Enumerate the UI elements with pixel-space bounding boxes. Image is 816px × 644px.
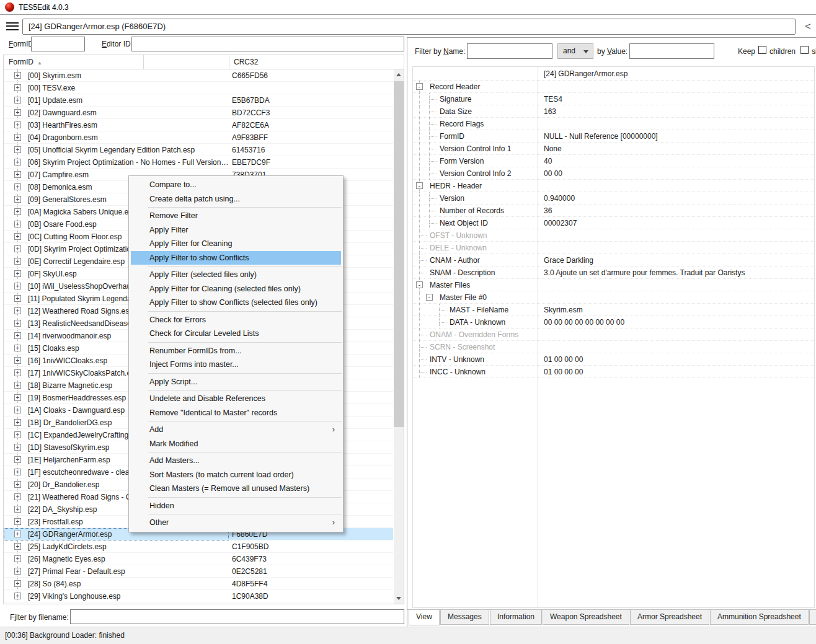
plugin-tree-row[interactable]: +[29] Viking's Longhouse.esp1C90A38D — [4, 590, 393, 602]
expand-plus-icon[interactable]: + — [14, 518, 21, 525]
expand-plus-icon[interactable]: + — [14, 369, 21, 376]
plugin-tree-row[interactable]: +[25] LadyKdCirclets.espC1F905BD — [4, 540, 393, 553]
expand-plus-icon[interactable]: + — [14, 196, 21, 203]
grid-column-header-plugin[interactable]: [24] GDRangerArmor.esp — [544, 69, 628, 78]
expand-plus-icon[interactable]: + — [14, 183, 21, 190]
menu-item[interactable]: Apply Filter to show Conflicts — [131, 251, 341, 265]
menu-icon[interactable] — [6, 22, 19, 30]
expand-plus-icon[interactable]: + — [14, 97, 21, 104]
record-field-row[interactable]: Next Object ID00002307 — [413, 217, 814, 229]
expand-plus-icon[interactable]: + — [14, 307, 21, 314]
menu-item[interactable]: Clean Masters (= Remove all unused Maste… — [131, 482, 341, 496]
plugin-tree-header[interactable]: FormID▲ CRC32 — [4, 55, 404, 69]
expand-plus-icon[interactable]: + — [14, 469, 21, 475]
menu-item[interactable]: Apply Script... — [131, 375, 341, 389]
menu-item[interactable]: Add Masters... — [131, 454, 341, 468]
menu-item[interactable]: Other› — [131, 516, 341, 530]
collapse-minus-icon[interactable]: - — [416, 281, 423, 288]
tab-view[interactable]: View — [409, 610, 440, 625]
record-field-row[interactable]: SignatureTES4 — [413, 93, 814, 105]
record-field-row[interactable]: SCRN - Screenshot — [413, 341, 814, 353]
menu-item[interactable]: Undelete and Disable References — [131, 392, 341, 406]
record-field-row[interactable]: INTV - Unknown01 00 00 00 — [413, 353, 814, 366]
expand-plus-icon[interactable]: + — [14, 270, 21, 277]
record-field-row[interactable]: Number of Records36 — [413, 205, 814, 217]
record-field-row[interactable]: Version0.940000 — [413, 192, 814, 205]
expand-plus-icon[interactable]: + — [14, 84, 21, 91]
menu-item[interactable]: Apply Filter for Cleaning (selected file… — [131, 282, 341, 296]
column-header-crc32[interactable]: CRC32 — [234, 58, 258, 66]
expand-plus-icon[interactable]: + — [14, 568, 21, 575]
filter-by-name-input[interactable] — [467, 43, 552, 59]
menu-item[interactable]: Apply Filter for Cleaning — [131, 237, 341, 251]
expand-plus-icon[interactable]: + — [14, 555, 21, 562]
record-field-row[interactable]: SNAM - Description3.0 Ajoute un set d'ar… — [413, 267, 814, 279]
menu-item[interactable]: Compare to... — [131, 178, 341, 192]
tab-ammunition-spreadsheet[interactable]: Ammunition Spreadsheet — [710, 610, 809, 625]
expand-plus-icon[interactable]: + — [14, 159, 21, 165]
expand-plus-icon[interactable]: + — [14, 419, 21, 426]
expand-plus-icon[interactable]: + — [14, 444, 21, 451]
plugin-tree-row[interactable]: +[06] Skyrim Project Optimization - No H… — [4, 156, 393, 169]
tab-information[interactable]: Information — [490, 610, 542, 625]
menu-item[interactable]: Apply Filter to show Conflicts (selected… — [131, 296, 341, 310]
record-field-row[interactable]: -Master Files — [413, 279, 814, 291]
plugin-tree-row[interactable]: +[02] Dawnguard.esmBD72CCF3 — [4, 107, 393, 119]
record-field-row[interactable]: DATA - Unknown00 00 00 00 00 00 00 00 — [413, 316, 814, 329]
record-field-row[interactable]: Version Control Info 1None — [413, 143, 814, 155]
expand-plus-icon[interactable]: + — [14, 283, 21, 289]
menu-item[interactable]: Mark Modified — [131, 437, 341, 451]
expand-plus-icon[interactable]: + — [14, 407, 21, 413]
expand-plus-icon[interactable]: + — [14, 245, 21, 252]
expand-plus-icon[interactable]: + — [14, 593, 21, 599]
expand-plus-icon[interactable]: + — [14, 382, 21, 389]
record-field-row[interactable]: ONAM - Overridden Forms — [413, 329, 814, 341]
expand-plus-icon[interactable]: + — [14, 543, 21, 550]
tab-armor-spreadsheet[interactable]: Armor Spreadsheet — [630, 610, 709, 625]
menu-item[interactable]: Add› — [131, 423, 341, 437]
record-field-row[interactable]: DELE - Unknown — [413, 242, 814, 254]
column-divider[interactable] — [229, 55, 229, 69]
record-field-row[interactable]: -HEDR - Header — [413, 180, 814, 192]
filename-filter-input[interactable] — [70, 609, 404, 624]
plugin-tree-row[interactable]: +[04] Dragonborn.esmA9F83BFF — [4, 131, 393, 144]
expand-plus-icon[interactable]: + — [14, 357, 21, 364]
plugin-tree-row[interactable]: +[03] HearthFires.esmAF82CE6A — [4, 119, 393, 131]
record-field-row[interactable]: Form Version40 — [413, 155, 814, 167]
expand-plus-icon[interactable]: + — [14, 72, 21, 79]
record-field-row[interactable]: -Record Header — [413, 81, 814, 93]
menu-item[interactable]: Check for Errors — [131, 313, 341, 327]
expand-plus-icon[interactable]: + — [14, 493, 21, 500]
tab-weapon-spreadsheet[interactable]: Weapon Spreadsheet — [543, 610, 629, 625]
collapse-chevron-icon[interactable]: < — [802, 19, 814, 34]
record-field-row[interactable]: OFST - Unknown — [413, 229, 814, 242]
expand-plus-icon[interactable]: + — [14, 320, 21, 327]
editorid-input[interactable] — [131, 37, 404, 51]
expand-plus-icon[interactable]: + — [14, 332, 21, 339]
record-field-row[interactable]: FormIDNULL - Null Reference [00000000] — [413, 130, 814, 143]
menu-item[interactable]: Remove Filter — [131, 209, 341, 223]
plugin-tree-row[interactable]: +[28] So (84).esp4D8F5FF4 — [4, 578, 393, 590]
tab-messages[interactable]: Messages — [440, 610, 489, 625]
scroll-up-arrow[interactable] — [394, 69, 404, 80]
menu-item[interactable]: Sort Masters (to match current load orde… — [131, 468, 341, 482]
column-header-formid[interactable]: FormID▲ — [9, 58, 42, 66]
expand-plus-icon[interactable]: + — [14, 171, 21, 178]
collapse-minus-icon[interactable]: - — [426, 294, 433, 301]
collapse-minus-icon[interactable]: - — [416, 182, 423, 189]
menu-item[interactable]: Apply Filter — [131, 223, 341, 237]
record-field-row[interactable]: -Master File #0 — [413, 291, 814, 304]
expand-plus-icon[interactable]: + — [14, 531, 21, 537]
menu-item[interactable]: Remove "Identical to Master" records — [131, 406, 341, 420]
record-field-row[interactable]: INCC - Unknown01 00 00 00 — [413, 366, 814, 378]
keep-siblings-checkbox[interactable] — [800, 46, 809, 54]
expand-plus-icon[interactable]: + — [14, 481, 21, 488]
plugin-selector-combo[interactable]: [24] GDRangerArmor.esp (F6860E7D) — [22, 19, 796, 35]
plugin-tree-row[interactable]: +[00] Skyrim.esmC665FD56 — [4, 69, 393, 82]
expand-plus-icon[interactable]: + — [14, 580, 21, 587]
expand-plus-icon[interactable]: + — [14, 456, 21, 463]
menu-item[interactable]: Inject Forms into master... — [131, 358, 341, 372]
menu-item[interactable]: Hidden — [131, 499, 341, 513]
expand-plus-icon[interactable]: + — [14, 134, 21, 141]
expand-plus-icon[interactable]: + — [14, 121, 21, 128]
